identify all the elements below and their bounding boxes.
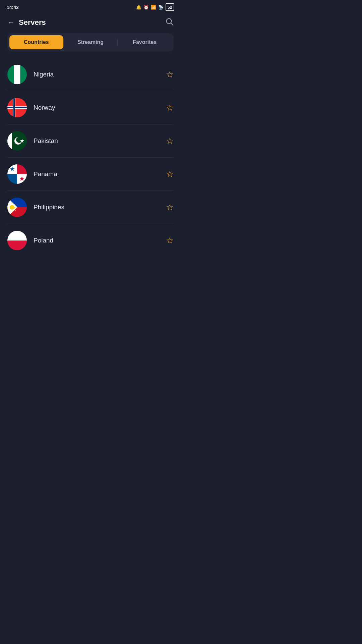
tab-countries[interactable]: Countries: [9, 35, 63, 49]
svg-rect-37: [7, 240, 27, 250]
list-item[interactable]: Philippines ☆: [7, 191, 174, 224]
alarm-icon: ⏰: [143, 5, 149, 10]
list-item[interactable]: Poland ☆: [7, 224, 174, 257]
flag-philippines: [7, 198, 27, 217]
svg-rect-2: [7, 65, 14, 84]
favorite-star-norway[interactable]: ☆: [166, 103, 174, 113]
country-name: Pakistan: [34, 137, 166, 145]
svg-rect-16: [17, 164, 27, 174]
back-button[interactable]: ←: [7, 18, 15, 27]
wifi-icon: 📡: [158, 5, 164, 10]
svg-marker-34: [8, 214, 10, 216]
country-list: Nigeria ☆ Norway ☆: [0, 58, 181, 257]
country-name: Norway: [34, 104, 166, 111]
favorite-star-philippines[interactable]: ☆: [166, 202, 174, 213]
tab-bar: Countries Streaming Favorites: [7, 33, 174, 51]
flag-pakistan: [7, 131, 27, 151]
country-name: Nigeria: [34, 71, 166, 78]
status-icons: 🔔 ⏰ 📶 📡 52: [136, 3, 174, 11]
svg-rect-4: [20, 65, 27, 84]
list-item[interactable]: Norway ☆: [7, 91, 174, 124]
svg-rect-9: [7, 107, 27, 108]
flag-poland: [7, 231, 27, 250]
svg-line-1: [171, 23, 173, 25]
favorite-star-panama[interactable]: ☆: [166, 169, 174, 179]
flag-panama: [7, 164, 27, 184]
svg-rect-36: [7, 231, 27, 240]
svg-rect-3: [14, 65, 20, 84]
bell-icon: 🔔: [136, 5, 141, 10]
favorite-star-pakistan[interactable]: ☆: [166, 136, 174, 146]
list-item[interactable]: Panama ☆: [7, 158, 174, 191]
page-title: Servers: [19, 18, 165, 27]
battery-indicator: 52: [166, 3, 174, 11]
favorite-star-nigeria[interactable]: ☆: [166, 69, 174, 80]
list-item[interactable]: Nigeria ☆: [7, 58, 174, 91]
country-name: Poland: [34, 237, 166, 244]
country-name: Philippines: [34, 204, 166, 211]
flag-nigeria: [7, 65, 27, 84]
favorite-star-poland[interactable]: ☆: [166, 235, 174, 246]
status-time: 14:42: [7, 5, 19, 10]
svg-point-24: [10, 205, 14, 210]
flag-norway: [7, 98, 27, 117]
tab-favorites[interactable]: Favorites: [118, 35, 172, 49]
header: ← Servers: [0, 14, 181, 33]
signal-icon: 📶: [151, 5, 156, 10]
status-bar: 14:42 🔔 ⏰ 📶 📡 52: [0, 0, 181, 14]
search-button[interactable]: [165, 17, 174, 28]
tab-streaming[interactable]: Streaming: [64, 35, 118, 49]
list-item[interactable]: Pakistan ☆: [7, 124, 174, 158]
svg-rect-17: [7, 174, 17, 184]
country-name: Panama: [34, 170, 166, 178]
svg-rect-11: [7, 131, 12, 151]
